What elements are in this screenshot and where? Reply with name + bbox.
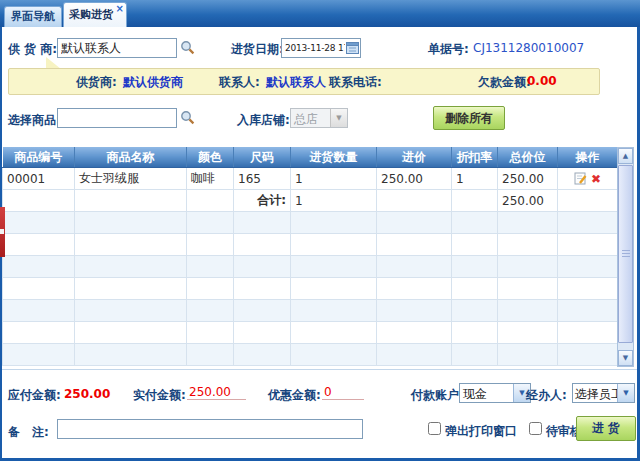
receipt-number-value: CJ1311280010007 [473, 41, 584, 55]
table-row-empty [3, 322, 618, 344]
scroll-down-icon[interactable]: ▼ [618, 350, 633, 366]
cell-actions: ✖ [558, 168, 618, 190]
delete-all-button[interactable]: 删除所有 [433, 106, 505, 130]
col-actions: 操作 [558, 147, 618, 168]
total-label: 合计: [234, 190, 291, 212]
supplier-label: 供 货 商: [8, 41, 57, 58]
tab-purchase-label: 采购进货 [69, 8, 113, 21]
supplier-info-bar: 供货商: 默认供货商 联系人: 默认联系人 联系电话: 欠款金额: 0.00 [8, 68, 600, 95]
total-amount: 250.00 [498, 190, 558, 212]
footer-divider [2, 369, 637, 370]
close-icon[interactable]: × [116, 4, 124, 14]
discount-amount-label: 优惠金额: [268, 387, 321, 404]
cell-code: 00001 [3, 168, 75, 190]
delete-icon[interactable]: ✖ [591, 172, 601, 186]
col-size: 尺码 [234, 147, 291, 168]
table-total-row: 合计: 1 250.00 [3, 190, 618, 212]
cell-discount: 1 [452, 168, 498, 190]
chevron-down-icon: ▼ [617, 384, 634, 402]
table-row-empty [3, 300, 618, 322]
info-contact-value: 默认联系人 [266, 74, 326, 91]
print-window-label: 弹出打印窗口 [445, 423, 517, 440]
payment-account-value: 现金 [460, 384, 513, 402]
purchase-date-label: 进货日期: [231, 41, 284, 58]
col-product-code: 商品编号 [3, 147, 75, 168]
info-supplier-value: 默认供货商 [123, 74, 183, 91]
table-row: 00001 女士羽绒服 咖啡 165 1 250.00 1 250.00 ✖ [3, 168, 618, 190]
info-debt-value: 0.00 [527, 74, 557, 88]
info-debt-label: 欠款金额: [478, 74, 531, 91]
col-price: 进价 [377, 147, 452, 168]
tab-ui-navigation[interactable]: 界面导航 [4, 6, 62, 27]
table-row-empty [3, 278, 618, 300]
payment-account-label: 付款账户: [411, 387, 464, 404]
store-select[interactable]: 总店 ▼ [290, 108, 348, 128]
tab-purchase-active[interactable]: 采购进货 × [63, 2, 127, 27]
cell-color: 咖啡 [187, 168, 234, 190]
scroll-up-icon[interactable]: ▲ [618, 148, 633, 164]
pending-audit-checkbox[interactable] [529, 422, 542, 435]
info-phone-label: 联系电话: [329, 74, 382, 91]
receipt-number-label: 单据号: [428, 41, 469, 58]
print-window-checkbox[interactable] [428, 422, 441, 435]
edit-icon[interactable] [574, 172, 587, 185]
scrollbar-thumb[interactable] [618, 165, 633, 343]
total-qty: 1 [291, 190, 377, 212]
items-table: 商品编号 商品名称 颜色 尺码 进货数量 进价 折扣率 总价位 操作 00001… [2, 147, 618, 366]
store-label: 入库店铺: [237, 112, 290, 129]
chevron-down-icon: ▼ [330, 109, 347, 127]
col-color: 颜色 [187, 147, 234, 168]
store-select-value: 总店 [291, 109, 330, 127]
purchase-window: 界面导航 采购进货 × 供 货 商: 进货日期: 单据号: CJ13112800… [0, 0, 640, 461]
calendar-icon[interactable] [346, 41, 359, 54]
select-product-input[interactable] [57, 108, 177, 128]
table-row-empty [3, 212, 618, 234]
paid-input[interactable] [187, 385, 246, 400]
table-header-row: 商品编号 商品名称 颜色 尺码 进货数量 进价 折扣率 总价位 操作 [3, 147, 618, 168]
paid-label: 实付金额: [133, 387, 186, 404]
table-row-empty [3, 344, 618, 366]
purchase-submit-button[interactable]: 进货 [576, 416, 636, 441]
remark-label: 备 注: [8, 424, 49, 441]
cell-name: 女士羽绒服 [75, 168, 187, 190]
payment-account-select[interactable]: 现金 ▼ [459, 383, 531, 403]
remark-input[interactable] [57, 419, 363, 439]
cell-size: 165 [234, 168, 291, 190]
search-icon[interactable] [180, 40, 195, 55]
col-quantity: 进货数量 [291, 147, 377, 168]
side-panel-handle-notch [0, 229, 4, 234]
table-scrollbar[interactable]: ▲ ▼ [617, 147, 634, 367]
col-discount: 折扣率 [452, 147, 498, 168]
supplier-input[interactable] [57, 38, 177, 58]
cell-price: 250.00 [377, 168, 452, 190]
operator-value: 选择员工 [573, 384, 617, 402]
payable-value: 250.00 [64, 387, 110, 401]
select-product-label: 选择商品: [8, 112, 61, 129]
table-row-empty [3, 256, 618, 278]
cell-total: 250.00 [498, 168, 558, 190]
discount-amount-input[interactable] [322, 385, 364, 400]
cell-qty: 1 [291, 168, 377, 190]
search-icon[interactable] [180, 110, 195, 125]
payable-label: 应付金额: [8, 387, 61, 404]
operator-label: 经办人: [526, 387, 567, 404]
col-total: 总价位 [498, 147, 558, 168]
operator-select[interactable]: 选择员工 ▼ [572, 383, 635, 403]
table-row-empty [3, 234, 618, 256]
info-supplier-label: 供货商: [76, 74, 117, 91]
tab-bar: 界面导航 采购进货 × [0, 0, 640, 27]
info-contact-label: 联系人: [219, 74, 260, 91]
col-product-name: 商品名称 [75, 147, 187, 168]
